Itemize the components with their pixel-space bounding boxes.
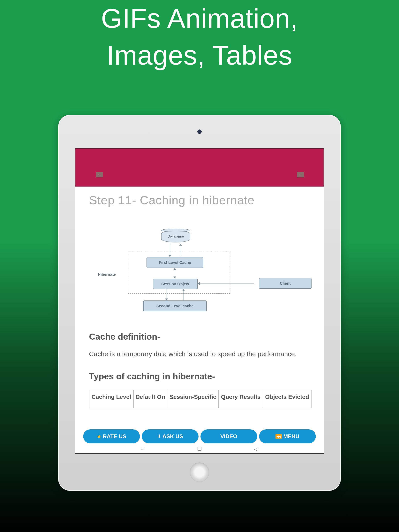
star-icon: ★ [97,433,101,439]
home-button[interactable] [196,445,203,453]
cache-definition-body: Cache is a temporary data which is used … [89,348,312,359]
diagram-arrow [170,244,170,257]
app-content: Step 11- Caching in hibernate Hibernate … [75,187,324,408]
arrow-right-icon: → [299,173,302,177]
cache-definition-heading: Cache definition- [89,332,312,342]
cache-table: Caching Level Default On Session-Specifi… [89,390,312,409]
video-label: VIDEO [220,433,237,439]
diagram-database: Database [161,230,190,244]
menu-label: MENU [283,433,299,439]
types-heading: Types of caching in hibernate- [89,371,312,382]
diagram-arrowhead [168,255,171,257]
menu-icon: ◀◀ [276,434,282,439]
table-header: Session-Specific [167,390,219,408]
diagram-first-level-cache: First Level Cache [147,257,203,268]
system-nav-bar: ≡ ◁ [75,445,324,453]
tablet-device: ← → Step 11- Caching in hibernate Hibern… [58,115,341,491]
diagram-hibernate-label: Hibernate [98,272,116,277]
download-icon: ⬇ [157,434,161,439]
app-header: ← → [75,149,324,187]
table-header: Default On [134,390,167,408]
recent-apps-button[interactable]: ≡ [139,445,147,453]
promo-title: GIFs Animation, Images, Tables [0,0,399,74]
nav-back-button[interactable]: ← [96,172,103,177]
diagram-arrowhead [165,298,168,300]
arrow-left-icon: ← [98,173,101,177]
triangle-back-icon: ◁ [254,446,258,452]
tablet-screen: ← → Step 11- Caching in hibernate Hibern… [75,148,324,454]
caching-diagram: Hibernate Database First Level Cache Ses… [89,230,312,320]
back-button[interactable]: ◁ [252,445,260,453]
rate-us-label: RATE US [103,433,126,439]
ask-us-label: ASK US [162,433,183,439]
promo-title-line1: GIFs Animation, Images, Tables [101,3,298,70]
diagram-arrow [180,244,181,257]
diagram-arrowhead [179,244,182,246]
hamburger-icon: ≡ [141,446,144,452]
page-title: Step 11- Caching in hibernate [89,193,312,207]
diagram-session-object: Session Object [153,279,198,289]
tablet-camera [197,129,202,134]
table-header: Objects Evicted [263,390,311,408]
nav-forward-button[interactable]: → [297,172,304,177]
video-button[interactable]: VIDEO [200,429,257,443]
square-icon [198,447,201,451]
diagram-arrowhead [182,289,185,291]
bottom-action-bar: ★ RATE US ⬇ ASK US VIDEO ◀◀ MENU [83,429,316,443]
table-header: Query Results [219,390,263,408]
ask-us-button[interactable]: ⬇ ASK US [142,429,199,443]
diagram-second-level-cache: Second Level cache [143,300,207,311]
diagram-arrowhead [198,282,200,285]
diagram-database-label: Database [161,234,190,239]
cache-table-wrap: Caching Level Default On Session-Specifi… [89,390,312,409]
tablet-home-button[interactable] [190,462,209,482]
diagram-arrowhead [174,277,176,279]
rate-us-button[interactable]: ★ RATE US [83,429,140,443]
menu-button[interactable]: ◀◀ MENU [259,429,316,443]
diagram-arrow [198,284,254,284]
table-header-row: Caching Level Default On Session-Specifi… [89,390,311,408]
diagram-arrowhead [174,268,176,270]
table-header: Caching Level [89,390,134,408]
diagram-client: Client [259,278,312,289]
